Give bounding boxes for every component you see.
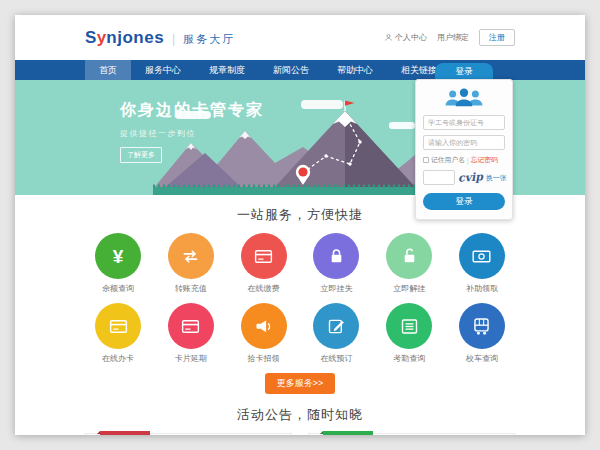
top-bar: Synjones | 服务大厅 个人中心 用户绑定 注册 [15, 15, 585, 60]
service-label: 在线预订 [308, 353, 364, 364]
service-item-school-bus[interactable]: 校车查询 [454, 303, 510, 364]
service-item-cancel-loss[interactable]: 立即解挂 [381, 233, 437, 294]
banknote-icon [459, 233, 505, 279]
login-panel: 登录 记住用户名 | 忘记密码 cvip [415, 63, 513, 220]
usage-notice-tab[interactable]: 使用须知 [100, 431, 150, 435]
nav-item-service-center[interactable]: 服务中心 [131, 60, 195, 80]
user-binding-label: 用户绑定 [437, 32, 469, 43]
captcha-input[interactable] [423, 170, 455, 185]
usage-guide-tab[interactable]: 使用指南 [323, 431, 373, 435]
card-icon [241, 233, 287, 279]
username-input[interactable] [423, 115, 505, 130]
logo-text: S [85, 28, 97, 48]
service-item-report-loss[interactable]: 立即挂失 [308, 233, 364, 294]
personal-center-link[interactable]: 个人中心 [384, 32, 427, 43]
services-section: 一站服务，方便快捷 ¥ 余额查询 转账充值 在线缴费 [15, 195, 585, 394]
nav-item-news[interactable]: 新闻公告 [259, 60, 323, 80]
more-services-button[interactable]: 更多服务>> [265, 373, 336, 394]
hero-cta-button[interactable]: 了解更多 [120, 147, 162, 163]
nav-item-help[interactable]: 帮助中心 [323, 60, 387, 80]
forgot-password-link[interactable]: 忘记密码 [471, 155, 498, 165]
service-label: 立即解挂 [381, 283, 437, 294]
portal-page: Synjones | 服务大厅 个人中心 用户绑定 注册 首页 服务中心 规章制… [15, 15, 585, 435]
service-item-card-extension[interactable]: 卡片延期 [163, 303, 219, 364]
nav-item-home[interactable]: 首页 [85, 60, 131, 80]
hero-subtitle: 提供捷径一步到位 [120, 128, 264, 139]
transfer-icon [168, 233, 214, 279]
portal-name: 服务大厅 [183, 32, 235, 47]
person-icon [384, 33, 393, 42]
service-label: 转账充值 [163, 283, 219, 294]
user-binding-link[interactable]: 用户绑定 [437, 32, 469, 43]
service-label: 考勤查询 [381, 353, 437, 364]
service-item-online-booking[interactable]: 在线预订 [308, 303, 364, 364]
logo-divider: | [172, 32, 175, 46]
list-icon [386, 303, 432, 349]
megaphone-icon [241, 303, 287, 349]
service-item-apply-card[interactable]: 在线办卡 [90, 303, 146, 364]
service-label: 在线缴费 [236, 283, 292, 294]
service-label: 立即挂失 [308, 283, 364, 294]
yen-icon: ¥ [95, 233, 141, 279]
latest-announcements-tab[interactable]: 最新公告 [170, 434, 206, 435]
logo-accent: y [97, 28, 106, 48]
service-item-balance[interactable]: ¥ 余额查询 [90, 233, 146, 294]
service-label: 校车查询 [454, 353, 510, 364]
card-icon [95, 303, 141, 349]
guide-more-link[interactable]: 更多>> [484, 434, 508, 435]
password-input[interactable] [423, 135, 505, 150]
announcements-section: 活动公告，随时知晓 使用须知 最新公告 更多>> 使用指南 更多>> [15, 406, 585, 435]
nav-item-rules[interactable]: 规章制度 [195, 60, 259, 80]
hero-title: 你身边的卡管专家 [120, 100, 264, 121]
service-item-lost-found[interactable]: 拾卡招领 [236, 303, 292, 364]
users-group-icon [443, 87, 485, 108]
edit-icon [313, 303, 359, 349]
login-tab[interactable]: 登录 [435, 63, 493, 79]
service-item-online-payment[interactable]: 在线缴费 [236, 233, 292, 294]
captcha-image[interactable]: cvip [458, 170, 484, 185]
options-divider: | [467, 157, 469, 164]
service-label: 补助领取 [454, 283, 510, 294]
refresh-captcha-link[interactable]: 换一张 [486, 173, 506, 183]
logo[interactable]: Synjones | 服务大厅 [85, 28, 235, 48]
personal-center-label: 个人中心 [395, 32, 427, 43]
register-button[interactable]: 注册 [479, 29, 515, 46]
announcements-title: 活动公告，随时知晓 [15, 406, 585, 424]
logo-text-2: njones [106, 28, 164, 48]
notice-panel: 使用须知 最新公告 更多>> [85, 433, 292, 435]
service-label: 在线办卡 [90, 353, 146, 364]
bus-icon [459, 303, 505, 349]
service-item-subsidy[interactable]: 补助领取 [454, 233, 510, 294]
service-item-transfer[interactable]: 转账充值 [163, 233, 219, 294]
service-label: 卡片延期 [163, 353, 219, 364]
remember-label: 记住用户名 [431, 155, 465, 165]
login-button[interactable]: 登录 [423, 193, 505, 210]
lock-icon [313, 233, 359, 279]
card-icon [168, 303, 214, 349]
unlock-icon [386, 233, 432, 279]
service-label: 拾卡招领 [236, 353, 292, 364]
notice-more-link[interactable]: 更多>> [261, 434, 285, 435]
remember-checkbox[interactable] [423, 157, 429, 163]
guide-panel: 使用指南 更多>> [308, 433, 515, 435]
service-label: 余额查询 [90, 283, 146, 294]
service-item-attendance[interactable]: 考勤查询 [381, 303, 437, 364]
